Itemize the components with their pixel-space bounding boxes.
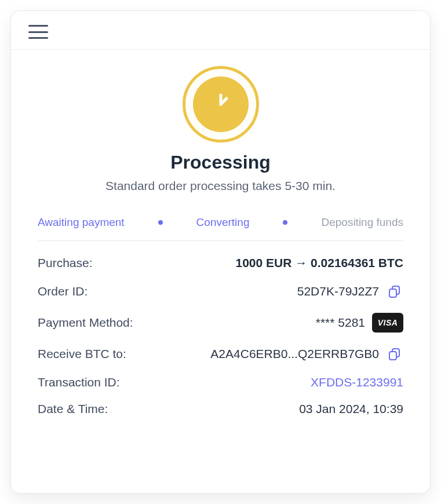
copy-icon bbox=[388, 284, 402, 298]
value-transaction-id[interactable]: XFDDS-1233991 bbox=[311, 375, 403, 389]
progress-steps: Awaiting payment Converting Depositing f… bbox=[38, 216, 403, 241]
step-dot-icon bbox=[283, 220, 287, 225]
status-icon-wrap bbox=[38, 66, 403, 143]
row-payment-method: Payment Method: **** 5281 VISA bbox=[38, 313, 403, 333]
row-order-id: Order ID: 52D7K-79J2Z7 bbox=[38, 283, 403, 300]
value-receive-to: A2A4C6ERB0...Q2ERRB7GB0 bbox=[210, 347, 379, 361]
row-receive-to: Receive BTC to: A2A4C6ERB0...Q2ERRB7GB0 bbox=[38, 345, 403, 363]
label-order-id: Order ID: bbox=[38, 284, 88, 298]
svg-rect-3 bbox=[389, 289, 396, 297]
row-datetime: Date & Time: 03 Jan 2024, 10:39 bbox=[38, 402, 403, 416]
value-payment-method: **** 5281 bbox=[316, 316, 365, 330]
page-subtitle: Standard order processing takes 5-30 min… bbox=[38, 179, 403, 193]
copy-address-button[interactable] bbox=[386, 345, 403, 363]
content: Processing Standard order processing tak… bbox=[11, 50, 430, 493]
visa-badge: VISA bbox=[372, 313, 403, 333]
page-title: Processing bbox=[38, 152, 403, 173]
step-converting: Converting bbox=[196, 216, 250, 229]
step-depositing-funds: Depositing funds bbox=[321, 216, 403, 229]
step-dot-icon bbox=[158, 220, 163, 225]
value-datetime: 03 Jan 2024, 10:39 bbox=[299, 402, 403, 416]
copy-order-id-button[interactable] bbox=[386, 283, 403, 300]
menu-icon[interactable] bbox=[28, 25, 48, 39]
label-datetime: Date & Time: bbox=[38, 402, 108, 416]
clock-icon-ring bbox=[183, 66, 259, 143]
details-list: Purchase: 1000 EUR → 0.02164361 BTC Orde… bbox=[38, 256, 403, 416]
header bbox=[11, 11, 430, 50]
clock-icon bbox=[193, 76, 249, 132]
label-purchase: Purchase: bbox=[38, 256, 93, 270]
label-receive-to: Receive BTC to: bbox=[38, 347, 126, 361]
step-awaiting-payment: Awaiting payment bbox=[38, 216, 125, 229]
value-purchase: 1000 EUR → 0.02164361 BTC bbox=[236, 256, 404, 270]
order-card: Processing Standard order processing tak… bbox=[10, 10, 431, 494]
copy-icon bbox=[388, 347, 402, 361]
value-order-id: 52D7K-79J2Z7 bbox=[297, 284, 379, 298]
row-purchase: Purchase: 1000 EUR → 0.02164361 BTC bbox=[38, 256, 403, 270]
label-transaction-id: Transaction ID: bbox=[38, 375, 120, 389]
row-transaction-id: Transaction ID: XFDDS-1233991 bbox=[38, 375, 403, 389]
label-payment-method: Payment Method: bbox=[38, 316, 133, 330]
svg-rect-5 bbox=[389, 352, 396, 360]
